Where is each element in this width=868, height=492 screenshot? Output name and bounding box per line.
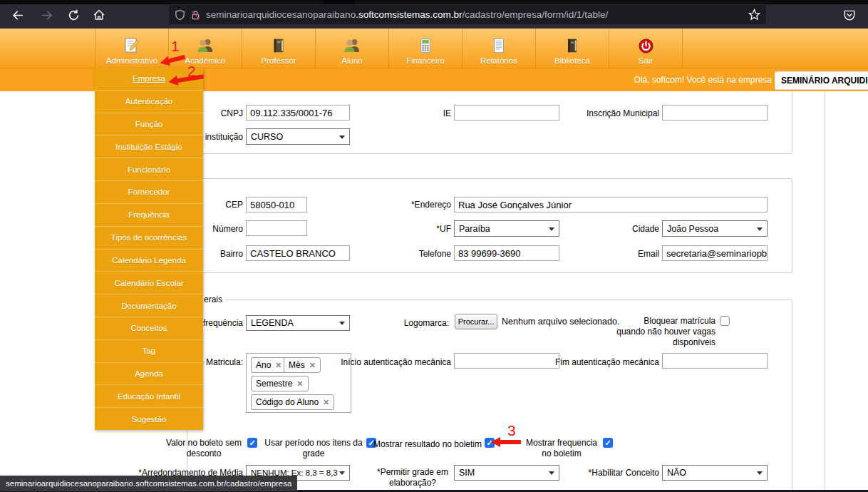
pocket-icon[interactable] <box>841 6 858 24</box>
numero-input[interactable] <box>246 220 307 236</box>
annotation-digit-1: 1 <box>171 39 180 53</box>
people-icon <box>343 34 361 55</box>
dropdown-item-calendario-escolar[interactable]: Calendário Escolar <box>95 271 203 294</box>
dropdown-item-agenda[interactable]: Agenda <box>95 362 203 385</box>
menu-label: Professor <box>261 56 296 65</box>
calculator-icon <box>417 34 434 55</box>
tag-semestre[interactable]: Semestre✕ <box>251 376 309 391</box>
annotation-arrow-3 <box>491 437 522 447</box>
menu-biblioteca[interactable]: Biblioteca <box>535 29 609 68</box>
annotation-digit-3: 3 <box>507 423 516 438</box>
home-icon <box>93 9 105 21</box>
cidade-select[interactable]: João Pessoa <box>662 220 768 237</box>
dropdown-item-fornecedor[interactable]: Fornecedor <box>95 180 203 203</box>
tag-ano[interactable]: Ano✕ <box>251 357 287 373</box>
dropdown-item-calendario-legenda[interactable]: Calendário Legenda <box>95 249 203 272</box>
uf-label: *UF <box>394 224 451 235</box>
inscricao-municipal-input[interactable] <box>662 105 768 121</box>
forward-button[interactable] <box>37 6 56 24</box>
dropdown-item-frequencia[interactable]: Frequência <box>95 203 203 226</box>
dropdown-item-documentacao[interactable]: Documentação <box>95 294 203 317</box>
menu-label: Relatórios <box>480 56 517 65</box>
book-icon <box>270 34 287 55</box>
url-domain: .softcomsistemas.com.br <box>356 9 462 20</box>
mostrar-frequencia-label: Mostrar frequencia no boletim <box>522 438 601 459</box>
ie-label: IE <box>394 108 451 119</box>
procurar-button[interactable]: Procurar... <box>455 314 497 329</box>
company-selector[interactable]: SEMINÁRIO ARQUIDIOC <box>775 71 868 90</box>
mostrar-frequencia-checkbox[interactable] <box>603 438 613 448</box>
endereco-input[interactable]: Rua José Gonçalves Júnior <box>454 197 768 212</box>
mostrar-resultado-label: Mostrar resultado no boletim <box>368 439 482 450</box>
dropdown-item-educacao-infantil[interactable]: Educação Infantil <box>95 384 203 407</box>
remove-tag-icon[interactable]: ✕ <box>323 398 329 407</box>
remove-tag-icon[interactable]: ✕ <box>275 361 281 370</box>
remove-tag-icon[interactable]: ✕ <box>296 379 303 389</box>
habilitar-conceito-label: *Habilitar Conceito <box>567 468 659 478</box>
url-bar[interactable]: seminarioarquidiocesanoparaibano.softcom… <box>169 5 766 24</box>
email-label: Email <box>574 249 659 260</box>
tag-codigo-aluno[interactable]: Código do Aluno✕ <box>251 394 334 410</box>
instituicao-select[interactable]: CURSO <box>246 128 350 145</box>
dropdown-item-conceitos[interactable]: Conceitos <box>95 317 203 339</box>
menu-sair[interactable]: Sair <box>609 29 682 68</box>
fim-autenticacao-input[interactable] <box>662 353 768 369</box>
email-input[interactable]: secretaria@seminariopb.c <box>662 245 768 261</box>
reload-icon <box>68 9 80 21</box>
ie-input[interactable] <box>454 105 559 121</box>
cep-input[interactable]: 58050-010 <box>246 197 307 212</box>
bairro-input[interactable]: CASTELO BRANCO <box>246 245 350 261</box>
menu-separator <box>682 29 683 68</box>
permitir-grade-select[interactable]: SIM <box>454 465 559 481</box>
content-divider <box>825 91 825 490</box>
report-icon <box>490 34 507 55</box>
habilitar-conceito-select[interactable]: NÃO <box>662 465 768 481</box>
active-tab-sliver <box>324 0 354 4</box>
menu-label: Financeiro <box>406 56 445 65</box>
url-path: /cadastro/empresa/form/id/1/table/ <box>462 9 608 20</box>
welcome-text: Olá, softcom! Você está na empresa <box>634 75 772 85</box>
dropdown-item-autenticacao[interactable]: Autenticação <box>95 90 203 113</box>
menu-label: Biblioteca <box>554 56 590 65</box>
bookmark-star-icon[interactable] <box>748 9 760 21</box>
tab-strip <box>0 0 868 4</box>
cnpj-input[interactable]: 09.112.335/0001-76 <box>246 105 350 121</box>
bloquear-matricula-checkbox[interactable] <box>720 316 730 326</box>
menu-aluno[interactable]: Aluno <box>315 29 388 68</box>
main-menubar: Administrativo Acadêmico <box>0 29 868 68</box>
telefone-label: Telefone <box>366 249 451 260</box>
bloquear-matricula-label: Bloquear matrícula quando não houver vag… <box>614 316 715 348</box>
back-button[interactable] <box>9 6 27 24</box>
home-button[interactable] <box>90 6 108 24</box>
dropdown-item-funcionario[interactable]: Funcionário <box>95 158 203 180</box>
dropdown-item-tag[interactable]: Tag <box>95 339 203 362</box>
frequencia-select[interactable]: LEGENDA <box>246 315 350 331</box>
menu-label: Sair <box>639 56 653 65</box>
dropdown-item-funcao[interactable]: Função <box>95 113 203 135</box>
valor-boleto-label: Valor no boleto sem desconto <box>165 438 243 459</box>
back-icon <box>12 9 24 21</box>
reload-button[interactable] <box>64 6 83 24</box>
menu-financeiro[interactable]: Financeiro <box>388 29 462 68</box>
tag-mes[interactable]: Mês✕ <box>284 357 321 373</box>
gerais-legend: erais <box>201 294 225 304</box>
tracking-shield-icon[interactable] <box>175 9 185 21</box>
remove-tag-icon[interactable]: ✕ <box>309 361 316 370</box>
uf-select[interactable]: Paraíba <box>454 220 559 237</box>
dropdown-item-tipos-de-ocorrencias[interactable]: Tipos de ocorrências <box>95 226 203 249</box>
dropdown-item-instituicao-estagio[interactable]: Instituição Estágio <box>95 135 203 158</box>
insecure-lock-icon[interactable] <box>190 9 201 21</box>
menu-professor[interactable]: Professor <box>242 29 315 68</box>
forward-icon <box>41 9 53 21</box>
administrativo-dropdown: Empresa Autenticação Função Instituição … <box>95 68 203 430</box>
library-book-icon <box>564 34 581 55</box>
menu-administrativo[interactable]: Administrativo <box>95 29 168 68</box>
telefone-input[interactable]: 83 99699-3690 <box>454 245 559 261</box>
menu-label: Administrativo <box>106 56 157 65</box>
valor-boleto-checkbox[interactable] <box>247 438 257 448</box>
dropdown-item-sugestao[interactable]: Sugestão <box>95 407 203 430</box>
usar-periodo-label: Usar período nos itens da grade <box>264 438 363 459</box>
people-icon <box>196 34 215 55</box>
inicio-autenticacao-input[interactable] <box>454 353 559 369</box>
menu-relatorios[interactable]: Relatórios <box>462 29 535 68</box>
